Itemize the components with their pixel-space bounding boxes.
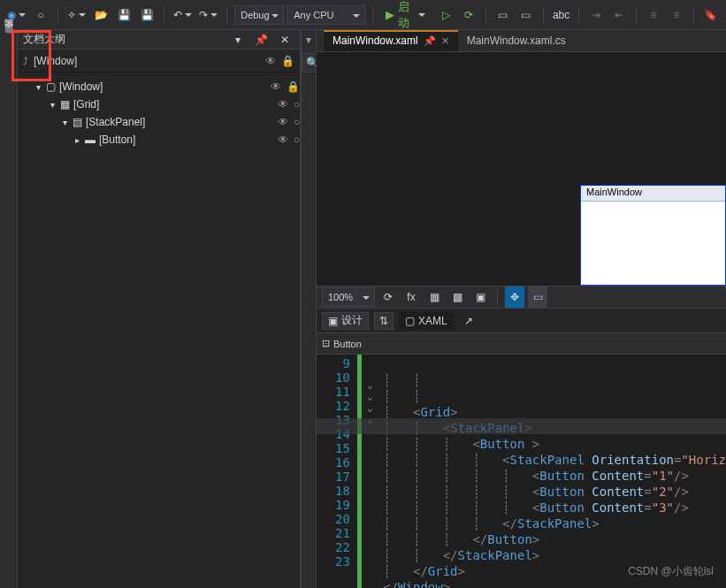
tab-label: MainWindow.xaml.cs — [467, 34, 566, 47]
preview-window[interactable]: MainWindow — [580, 185, 726, 286]
indent-icon-2[interactable]: ⇤ — [609, 4, 629, 26]
up-arrow-icon[interactable]: ⤴ — [23, 56, 28, 66]
tree-row-window[interactable]: ▾ ▢ [Window] 👁🔒 — [23, 78, 300, 95]
select-icon[interactable]: ▭ — [528, 286, 547, 308]
preview-window-title: MainWindow — [581, 186, 725, 202]
solution-config-dropdown[interactable]: Debug — [234, 5, 284, 25]
indent-icon-1[interactable]: ⇥ — [586, 4, 606, 26]
undo-button[interactable]: ↶ — [172, 4, 194, 26]
tree-row-stackpanel[interactable]: ▾ ▤ [StackPanel] 👁○ — [23, 113, 300, 131]
panel-splitter[interactable]: ▾ 🔍 — [301, 30, 317, 588]
line-gutter: 91011121314151617181920212223 — [317, 355, 357, 588]
lock-icon[interactable]: 🔒 — [287, 80, 300, 93]
xaml-tab[interactable]: ▢ XAML — [399, 312, 454, 330]
comment-icon-2[interactable]: ≡ — [667, 4, 686, 26]
root-label: [Window] — [34, 55, 77, 67]
breadcrumb-label: Button — [333, 339, 362, 349]
xaml-code-editor[interactable]: 91011121314151617181920212223 ⌄⌄⌄⌄ ┊ ┊ ┊… — [317, 355, 726, 588]
code-lines[interactable]: ┊ ┊ ┊ ┊ ┊ <Grid> ┊ ┊ <StackPanel> ┊ ┊ ┊ … — [378, 355, 726, 588]
new-item-button[interactable]: ✧ — [65, 4, 88, 26]
save-icon[interactable]: 💾 — [114, 4, 134, 26]
zoom-dropdown[interactable]: 100% — [322, 287, 375, 307]
main-toolbar: ◉ ○ ✧ 📂 💾 💾 ↶ ↷ Debug Any CPU ▶ 启动 ▷ ⟳ ▭… — [0, 0, 726, 30]
outline-tree: ▾ ▢ [Window] 👁🔒 ▾ ▦ [Grid] 👁○ ▾ ▤ [Stack… — [18, 73, 300, 149]
node-label: [Grid] — [73, 98, 99, 111]
expander-icon[interactable]: ▾ — [34, 82, 42, 92]
tab-mainwindow-cs[interactable]: MainWindow.xaml.cs — [458, 30, 575, 51]
refresh-icon[interactable]: ⟳ — [378, 286, 398, 308]
tree-row-grid[interactable]: ▾ ▦ [Grid] 👁○ — [23, 95, 300, 113]
open-folder-icon[interactable]: 📂 — [91, 4, 111, 26]
tab-mainwindow-xaml[interactable]: MainWindow.xaml 📌 ✕ — [324, 30, 458, 51]
fx-icon[interactable]: fx — [401, 286, 421, 308]
node-icon: ▤ — [73, 116, 82, 128]
tab-label: MainWindow.xaml — [332, 34, 418, 47]
panel-close-icon[interactable]: ✕ — [275, 29, 294, 50]
document-outline-panel: 文档大纲 ▾ 📌 ✕ ⤴ [Window] 👁 🔒 ▾ ▢ [Wind — [18, 30, 301, 588]
fold-column[interactable]: ⌄⌄⌄⌄ — [362, 355, 378, 588]
tab-close-icon[interactable]: ✕ — [441, 35, 449, 47]
expander-icon[interactable]: ▾ — [60, 118, 69, 127]
eye-icon[interactable]: 👁 — [271, 80, 281, 93]
grid-icon-2[interactable]: ▩ — [447, 286, 467, 308]
nav-fwd-button[interactable]: ○ — [31, 4, 50, 26]
redo-button[interactable]: ↷ — [197, 4, 219, 26]
lock-col-icon[interactable]: 🔒 — [281, 55, 294, 67]
dot-icon[interactable]: ○ — [294, 116, 300, 128]
editor-tabs: MainWindow.xaml 📌 ✕ MainWindow.xaml.cs — [317, 30, 726, 52]
step-icon-3[interactable]: abc — [551, 4, 572, 26]
design-tab[interactable]: ▣ 设计 — [322, 312, 369, 330]
snap-icon[interactable]: ▣ — [470, 286, 490, 308]
save-all-icon[interactable]: 💾 — [137, 4, 157, 26]
platform-dropdown[interactable]: Any CPU — [287, 5, 365, 25]
move-icon[interactable]: ✥ — [505, 286, 524, 308]
node-icon: ▢ — [46, 80, 56, 93]
outline-root-row[interactable]: ⤴ [Window] 👁 🔒 — [18, 50, 300, 73]
node-icon: ▬ — [85, 134, 96, 146]
panel-pin-icon[interactable]: 📌 — [251, 29, 271, 50]
step-icon-1[interactable]: ▭ — [493, 4, 513, 26]
editor-area: MainWindow.xaml 📌 ✕ MainWindow.xaml.cs M… — [317, 30, 726, 588]
start-debug-button[interactable]: ▶ 启动 — [380, 4, 431, 26]
eye-icon[interactable]: 👁 — [278, 134, 288, 146]
eye-icon[interactable]: 👁 — [278, 98, 288, 111]
dot-icon[interactable]: ○ — [294, 134, 300, 146]
panel-title: 文档大纲 — [23, 32, 65, 47]
node-label: [Button] — [99, 134, 135, 146]
grid-icon-1[interactable]: ▦ — [424, 286, 444, 308]
swap-icon[interactable]: ⇅ — [374, 312, 394, 330]
dot-icon[interactable]: ○ — [294, 98, 300, 111]
popout-icon[interactable]: ↗ — [459, 310, 478, 332]
comment-icon-1[interactable]: ≡ — [644, 4, 663, 26]
design-xaml-tabs: ▣ 设计 ⇅ ▢ XAML ↗ — [317, 309, 726, 333]
design-surface[interactable]: MainWindow — [317, 52, 726, 286]
pin-icon[interactable]: 📌 — [424, 35, 436, 47]
node-label: [StackPanel] — [86, 116, 145, 128]
expander-icon[interactable]: ▾ — [48, 100, 57, 110]
tree-row-button[interactable]: ▸ ▬ [Button] 👁○ — [23, 131, 300, 149]
xaml-breadcrumb[interactable]: ⊡Button — [317, 333, 726, 355]
eye-icon[interactable]: 👁 — [278, 116, 288, 128]
panel-header: 文档大纲 ▾ 📌 ✕ — [18, 30, 300, 50]
step-icon-2[interactable]: ▭ — [516, 4, 536, 26]
eye-col-icon[interactable]: 👁 — [265, 55, 276, 67]
watermark: CSDN @小齿轮lsl — [628, 564, 714, 579]
panel-dropdown-icon[interactable]: ▾ — [228, 29, 248, 50]
design-bottom-toolbar: 100% ⟳ fx ▦ ▩ ▣ ✥ ▭ — [317, 286, 726, 309]
node-icon: ▦ — [60, 98, 70, 111]
bookmark-icon[interactable]: 🔖 — [701, 4, 721, 26]
start-no-debug-button[interactable]: ▷ — [436, 4, 455, 26]
nav-back-button[interactable]: ◉ — [5, 4, 27, 26]
hot-reload-icon[interactable]: ⟳ — [459, 4, 478, 26]
left-side-rail: 文档大纲 数据源 — [0, 30, 18, 588]
expander-icon[interactable]: ▸ — [73, 135, 81, 145]
node-label: [Window] — [59, 80, 103, 93]
